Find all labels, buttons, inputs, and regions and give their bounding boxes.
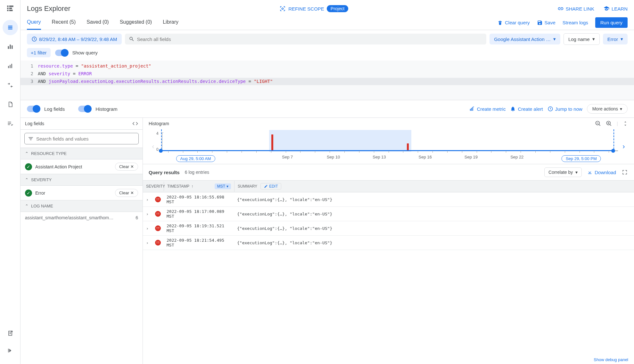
expand-row-icon[interactable]: › [143,212,152,216]
log-fields-title: Log fields [25,121,44,126]
save-query-button[interactable]: Save [537,20,556,26]
col-severity[interactable]: SEVERITY [143,182,164,191]
learn-button[interactable]: LEARN [603,5,628,12]
row-timestamp: 2022-09-05 18:16:55.698 MST [164,192,235,206]
zoom-out-icon[interactable] [595,120,601,127]
create-metric-button[interactable]: Create metric [469,106,506,112]
resource-filter-dropdown[interactable]: Google Assistant Action … ▾ [490,34,560,44]
log-fields-toggle[interactable] [27,106,40,112]
logname-filter-dropdown[interactable]: Log name ▾ [564,33,600,45]
rail-document-icon[interactable] [3,97,18,112]
log-fields-search-input[interactable] [36,136,135,142]
edit-columns-button[interactable]: EDIT [260,183,281,190]
expand-row-icon[interactable]: › [143,197,152,202]
search-input[interactable] [137,36,483,42]
row-timestamp: 2022-09-05 18:21:54.495 MST [164,236,235,250]
check-icon: ✓ [25,190,32,197]
row-timestamp: 2022-09-05 18:17:00.089 MST [164,207,235,221]
rail-logs-icon[interactable] [3,20,18,35]
log-row[interactable]: ›!!2022-09-05 18:17:00.089 MST{"executio… [143,207,634,221]
tab-suggested-[interactable]: Suggested (0) [120,15,152,30]
resource-type-item[interactable]: ✓ Assistant Action Project Clear ✕ [21,159,143,174]
zoom-in-icon[interactable] [606,120,612,127]
create-alert-button[interactable]: Create alert [510,106,543,112]
log-fields-search[interactable] [24,133,139,144]
timezone-dropdown[interactable]: MST ▾ [215,183,231,189]
svg-rect-3 [9,5,13,7]
logname-section[interactable]: ⌃ LOG NAME [21,200,143,212]
fullscreen-icon[interactable] [621,169,628,176]
histogram-toggle[interactable] [78,106,91,112]
severity-filter-dropdown[interactable]: Error ▾ [603,34,628,44]
scope-badge: Project [327,5,349,12]
row-summary: {"executionLog":{…}, "locale":"en-US"} [235,238,634,247]
log-row[interactable]: ›!!2022-09-05 18:19:31.521 MST{"executio… [143,221,634,236]
expand-vertical-icon[interactable] [622,121,628,126]
svg-rect-12 [8,66,9,68]
expand-row-icon[interactable]: › [143,240,152,245]
logname-item[interactable]: assistant_smarthome/assistant_smarthom… … [21,212,143,223]
log-row[interactable]: ›!!2022-09-05 18:16:55.698 MST{"executio… [143,192,634,207]
close-icon: ✕ [130,164,134,169]
run-query-button[interactable]: Run query [595,17,628,28]
share-link-button[interactable]: SHARE LINK [557,5,594,12]
rail-router-icon[interactable] [3,77,18,93]
time-range-chip[interactable]: 8/29/22, 8:48 AM – 9/29/22, 9:48 AM [27,34,122,44]
show-debug-panel-link[interactable]: Show debug panel [594,357,628,362]
histogram-chart[interactable]: 4 0 Aug 29, 5:00 AM [159,133,618,151]
plus-filter-chip[interactable]: +1 filter [27,48,51,57]
page-title: Logs Explorer [27,4,70,13]
histogram-tick-label: Sep 22 [510,155,523,159]
rail-metrics-icon[interactable] [3,39,18,54]
view-toggles-row: Log fields Histogram Create metric Creat… [21,100,634,118]
tab-saved-[interactable]: Saved (0) [86,15,109,30]
show-query-label: Show query [72,50,98,55]
rail-notes-icon[interactable]: + [3,326,18,341]
row-summary: {"executionLog":{…}, "locale":"en-US"} [235,195,634,204]
col-timestamp[interactable]: TIMESTAMP ↑ MST ▾ [164,181,235,192]
expand-row-icon[interactable]: › [143,226,152,231]
svg-rect-9 [8,46,9,49]
svg-rect-14 [11,64,12,68]
refine-scope-button[interactable]: REFINE SCOPE Project [279,5,348,12]
search-all-fields[interactable] [125,34,487,44]
expand-collapse-icon[interactable] [132,121,138,126]
correlate-dropdown[interactable]: Correlate by ▾ [544,167,582,177]
svg-rect-21 [471,108,472,111]
query-results-count: 6 log entries [185,170,209,175]
svg-rect-4 [9,8,12,9]
svg-rect-8 [8,28,12,29]
jump-to-now-button[interactable]: Jump to now [548,106,582,112]
row-summary: {"executionLog":{…}, "locale":"en-US"} [235,224,634,233]
severity-section[interactable]: ⌃ SEVERITY [21,174,143,186]
severity-item[interactable]: ✓ Error Clear ✕ [21,186,143,200]
histogram-tick-label: Sep 16 [419,155,432,159]
histogram-next-button[interactable]: › [619,129,628,164]
clear-query-button[interactable]: Clear query [497,20,530,26]
svg-rect-6 [8,26,12,27]
left-navigation-rail: + [0,0,21,364]
query-editor[interactable]: 1resource.type = "assistant_action_proje… [21,61,634,100]
svg-rect-13 [10,65,11,68]
log-row[interactable]: ›!!2022-09-05 18:21:54.495 MST{"executio… [143,236,634,250]
chevron-up-icon: ⌃ [25,151,29,156]
clear-severity-button[interactable]: Clear ✕ [115,189,138,197]
clear-resource-button[interactable]: Clear ✕ [115,163,138,171]
rail-analytics-icon[interactable] [3,58,18,74]
stream-logs-button[interactable]: Stream logs [563,20,588,25]
more-actions-dropdown[interactable]: More actions ▾ [587,104,628,114]
rail-expand-icon[interactable] [3,343,18,358]
severity-badge: !! [152,240,164,246]
download-button[interactable]: Download [587,169,616,175]
results-table-header: SEVERITY TIMESTAMP ↑ MST ▾ SUMMARY [143,180,634,192]
tab-query[interactable]: Query [27,15,41,30]
resource-type-section[interactable]: ⌃ RESOURCE TYPE [21,148,143,159]
tab-recent-[interactable]: Recent (5) [52,15,76,30]
show-query-toggle[interactable] [55,50,68,56]
rail-search-list-icon[interactable] [3,116,18,131]
tab-library[interactable]: Library [163,15,178,30]
severity-badge: !! [152,225,164,231]
filter-row: 8/29/22, 8:48 AM – 9/29/22, 9:48 AM Goog… [21,30,634,48]
chevron-down-icon: ▾ [575,170,578,175]
svg-rect-7 [8,27,12,28]
